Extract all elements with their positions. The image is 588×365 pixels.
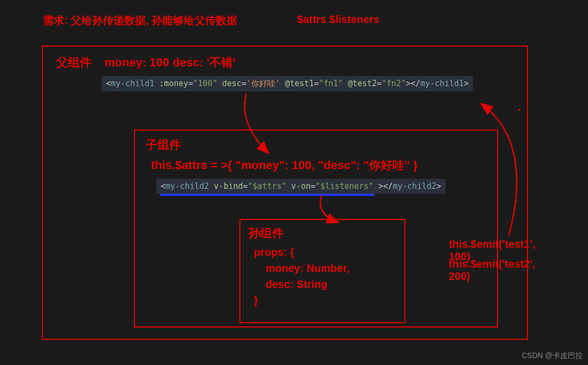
props-money: money: Number, — [254, 260, 350, 276]
code-val: 你好哇 — [251, 79, 275, 88]
code-bracket: </ — [411, 79, 420, 88]
grandchild-props: props: { money: Number, desc: String } — [254, 244, 350, 308]
child-component-box: 子组件 this.$attrs = >{ "money": 100, "desc… — [134, 130, 498, 328]
parent-component-box: 父组件 money: 100 desc: '不错' <my-child1 :mo… — [42, 45, 528, 340]
code-tag: my-child1 — [111, 79, 154, 88]
code-bracket: > — [436, 181, 441, 191]
code-attr: :money — [154, 79, 188, 88]
code-eq: = — [377, 79, 382, 88]
code-attr: desc — [217, 79, 242, 88]
blue-underline — [160, 194, 374, 196]
code-bracket: > — [464, 79, 469, 88]
code-bracket: < — [161, 181, 165, 191]
child-attrs-line: this.$attrs = >{ "money": 100, "desc": "… — [151, 157, 418, 173]
code-tag: my-child2 — [393, 181, 436, 191]
props-desc: desc: String — [254, 276, 350, 292]
child-label: 子组件 — [146, 137, 181, 153]
code-val: "fn1" — [319, 79, 343, 88]
header-left: 需求: 父给孙传递数据, 孙能够给父传数据 — [43, 13, 237, 28]
grandchild-component-box: 孙组件 props: { money: Number, desc: String… — [239, 219, 405, 323]
code-val: "100" — [193, 79, 217, 88]
parent-code-block: <my-child1 :money="100" desc='你好哇' @test… — [102, 76, 473, 92]
emit-line-2: this.$emit('test2', 200) — [449, 258, 536, 283]
watermark: CSDN @卡皮巴拉 — [522, 351, 583, 361]
code-eq: = — [242, 79, 246, 88]
header-right: $attrs $listeners — [297, 13, 379, 26]
code-val: ' — [246, 79, 251, 88]
code-tag: my-child2 — [165, 181, 209, 191]
code-tag: my-child1 — [420, 79, 464, 88]
props-open: props: { — [254, 244, 350, 260]
code-attr: v-bind — [209, 181, 243, 191]
diagram-canvas: 需求: 父给孙传递数据, 孙能够给父传数据 $attrs $listeners … — [0, 0, 588, 365]
code-bracket: > — [406, 79, 411, 88]
code-eq: = — [189, 79, 193, 88]
code-eq: = — [243, 181, 248, 191]
props-close: } — [254, 292, 350, 308]
code-val: "$attrs" — [248, 181, 287, 191]
code-eq: = — [311, 181, 315, 191]
code-attr: v-on — [287, 181, 311, 191]
parent-state: money: 100 desc: '不错' — [104, 55, 236, 71]
grandchild-label: 孙组件 — [248, 225, 284, 241]
code-attr: @test2 — [343, 79, 376, 88]
code-attr: @test1 — [280, 79, 314, 88]
code-bracket: </ — [383, 181, 393, 191]
code-eq: = — [314, 79, 319, 88]
code-val: "fn2" — [382, 79, 406, 88]
code-val: ' — [275, 79, 280, 88]
code-bracket: < — [106, 79, 111, 88]
parent-label: 父组件 — [56, 55, 92, 71]
code-val: "$listeners" — [315, 181, 373, 191]
child-code-block: <my-child2 v-bind="$attrs" v-on="$listen… — [156, 179, 446, 194]
